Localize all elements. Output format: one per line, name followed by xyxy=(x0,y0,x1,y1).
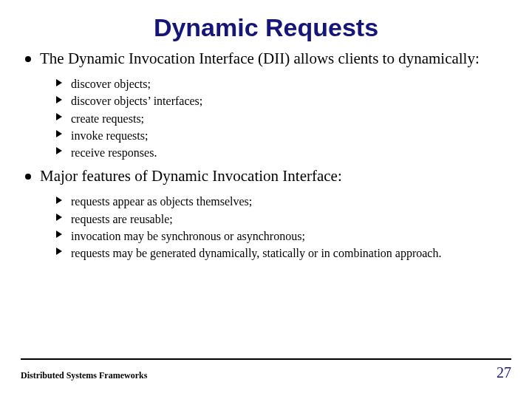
list-item: requests appear as objects themselves; xyxy=(56,193,511,210)
page-number: 27 xyxy=(497,364,511,381)
list-item-text: invocation may be synchronous or asynchr… xyxy=(71,230,305,242)
list-item: invoke requests; xyxy=(56,127,511,144)
list-item-text: Major features of Dynamic Invocation Int… xyxy=(40,167,342,185)
slide-title: Dynamic Requests xyxy=(21,13,511,42)
footer-divider xyxy=(21,358,511,360)
list-item: requests may be generated dynamically, s… xyxy=(56,245,511,262)
list-item-text: discover objects; xyxy=(71,78,151,90)
list-item: discover objects; xyxy=(56,75,511,92)
list-item: create requests; xyxy=(56,110,511,127)
footer-row: Distributed Systems Frameworks 27 xyxy=(21,364,511,381)
list-item-text: The Dynamic Invocation Interface (DII) a… xyxy=(40,50,480,67)
bullet-list-level1: The Dynamic Invocation Interface (DII) a… xyxy=(21,50,511,262)
bullet-list-level2: requests appear as objects themselves; r… xyxy=(40,193,511,262)
list-item-text: requests appear as objects themselves; xyxy=(71,195,252,208)
slide: Dynamic Requests The Dynamic Invocation … xyxy=(0,0,532,399)
list-item: The Dynamic Invocation Interface (DII) a… xyxy=(22,50,511,161)
list-item-text: requests may be generated dynamically, s… xyxy=(71,247,441,259)
list-item-text: create requests; xyxy=(71,112,144,125)
list-item-text: requests are reusable; xyxy=(71,213,173,225)
list-item-text: invoke requests; xyxy=(71,129,148,142)
list-item: invocation may be synchronous or asynchr… xyxy=(56,228,511,245)
bullet-list-level2: discover objects; discover objects’ inte… xyxy=(40,75,511,161)
footer: Distributed Systems Frameworks 27 xyxy=(21,358,511,381)
list-item: receive responses. xyxy=(56,144,511,161)
footer-left-text: Distributed Systems Frameworks xyxy=(21,370,147,381)
list-item: discover objects’ interfaces; xyxy=(56,92,511,109)
list-item: requests are reusable; xyxy=(56,211,511,228)
list-item-text: discover objects’ interfaces; xyxy=(71,95,202,107)
list-item: Major features of Dynamic Invocation Int… xyxy=(22,167,511,262)
list-item-text: receive responses. xyxy=(71,146,157,159)
